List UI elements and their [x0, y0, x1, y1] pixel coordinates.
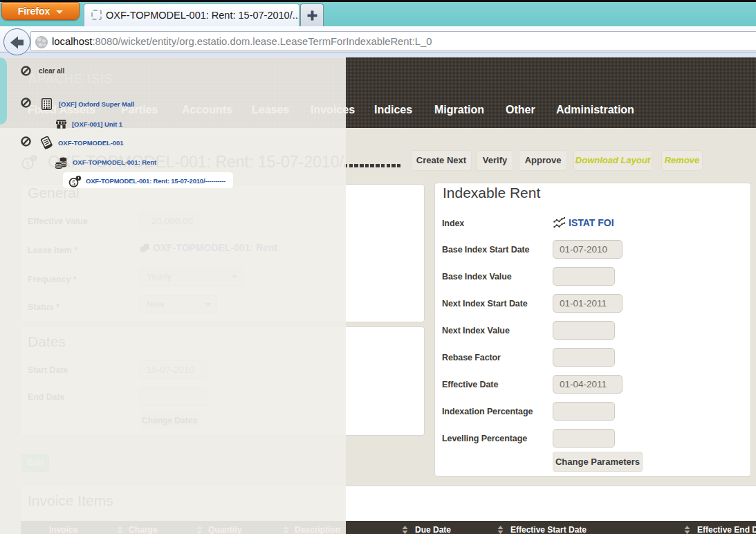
svg-text:5: 5: [72, 180, 75, 187]
